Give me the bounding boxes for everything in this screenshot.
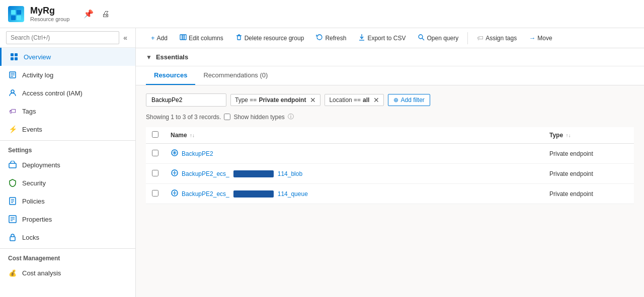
tab-recommendations[interactable]: Recommendations (0) — [195, 66, 276, 85]
sidebar-item-deployments[interactable]: Deployments — [0, 156, 135, 174]
delete-label: Delete resource group — [245, 35, 304, 42]
col-header-name[interactable]: Name ↑↓ — [165, 127, 543, 144]
svg-rect-0 — [11, 10, 16, 15]
resource-group-subtitle: Resource group — [30, 16, 69, 22]
sidebar-item-overview[interactable]: Overview — [0, 48, 135, 66]
sidebar-item-cost-analysis-label: Cost analysis — [22, 269, 61, 277]
row1-link[interactable]: BackupPE2 — [171, 149, 537, 158]
sidebar-item-access-control[interactable]: Access control (IAM) — [0, 84, 135, 102]
location-filter-label: Location == — [329, 96, 361, 104]
info-icon: ⓘ — [288, 113, 294, 121]
resource-table: Name ↑↓ Type ↑↓ — [146, 127, 634, 204]
sidebar-item-security[interactable]: Security — [0, 174, 135, 192]
select-all-checkbox[interactable] — [152, 131, 158, 138]
sidebar-item-deployments-label: Deployments — [22, 161, 60, 169]
assign-tags-icon: 🏷 — [477, 34, 484, 42]
add-filter-label: Add filter — [400, 96, 424, 104]
sidebar-item-properties[interactable]: Properties — [0, 210, 135, 228]
tab-resources[interactable]: Resources — [146, 66, 195, 85]
col-header-type[interactable]: Type ↑↓ — [543, 127, 634, 144]
show-hidden-label: Show hidden types — [233, 114, 284, 121]
sidebar-item-activity-log-label: Activity log — [22, 71, 53, 79]
type-sort-icon[interactable]: ↑↓ — [566, 133, 571, 138]
type-filter-remove[interactable]: ✕ — [310, 96, 316, 104]
sidebar-item-overview-label: Overview — [24, 53, 51, 61]
events-icon: ⚡ — [8, 125, 17, 134]
edit-columns-button[interactable]: Edit columns — [175, 31, 228, 45]
svg-rect-2 — [11, 16, 16, 20]
sidebar-item-policies[interactable]: Policies — [0, 192, 135, 210]
sidebar-search-row: « — [0, 28, 135, 48]
resource-group-icon — [8, 6, 24, 22]
table-row: BackupPE2 Private endpoint — [146, 144, 634, 164]
name-sort-icon[interactable]: ↑↓ — [190, 133, 195, 138]
row1-res-icon — [171, 149, 179, 158]
main-content: + Add Edit columns Delete resource group — [136, 28, 644, 297]
row2-name: BackupPE2_ecs_ 114_blob — [165, 164, 543, 184]
svg-rect-1 — [17, 10, 21, 15]
row2-name-suffix: 114_blob — [278, 170, 302, 177]
add-filter-button[interactable]: ⊕ Add filter — [388, 94, 430, 106]
overview-icon — [10, 52, 19, 61]
resources-area: Type == Private endpoint ✕ Location == a… — [136, 85, 644, 297]
svg-point-30 — [419, 35, 423, 39]
svg-rect-6 — [11, 57, 14, 60]
add-button[interactable]: + Add — [146, 32, 173, 44]
filter-input[interactable] — [146, 93, 226, 107]
svg-line-31 — [422, 38, 424, 40]
table-row: BackupPE2_ecs_ 114_blob Private endpoint — [146, 164, 634, 184]
resource-group-name: MyRg — [30, 6, 69, 16]
tabs-bar: Resources Recommendations (0) — [136, 66, 644, 85]
move-button[interactable]: → Move — [524, 32, 557, 44]
top-bar-actions: 📌 🖨 — [82, 7, 112, 21]
sidebar-item-tags[interactable]: 🏷 Tags — [0, 102, 135, 120]
row1-name-text: BackupPE2 — [182, 150, 213, 157]
print-button[interactable]: 🖨 — [100, 7, 112, 21]
edit-columns-label: Edit columns — [189, 35, 223, 42]
col-type-label: Type — [549, 132, 563, 139]
move-label: Move — [537, 35, 552, 42]
row2-type: Private endpoint — [543, 164, 634, 184]
export-button[interactable]: Export to CSV — [353, 31, 411, 45]
open-query-button[interactable]: Open query — [413, 31, 463, 45]
location-filter-tag: Location == all ✕ — [325, 94, 384, 106]
sidebar-item-activity-log[interactable]: Activity log — [0, 66, 135, 84]
sidebar-item-locks[interactable]: Locks — [0, 228, 135, 246]
table-row: BackupPE2_ecs_ 114_queue Private endpoin… — [146, 184, 634, 204]
row2-res-icon — [171, 169, 179, 178]
row3-checkbox[interactable] — [152, 190, 158, 196]
records-count: Showing 1 to 3 of 3 records. — [146, 114, 221, 121]
col-header-check — [146, 127, 165, 144]
main-layout: « Overview Activity log Access control (… — [0, 28, 644, 297]
row3-type: Private endpoint — [543, 184, 634, 204]
row2-checkbox[interactable] — [152, 170, 158, 176]
search-input[interactable] — [6, 31, 119, 44]
pin-button[interactable]: 📌 — [82, 7, 96, 21]
tab-recommendations-label: Recommendations (0) — [203, 71, 268, 79]
type-filter-value: Private endpoint — [259, 96, 306, 104]
svg-rect-23 — [180, 35, 182, 40]
sidebar-item-events[interactable]: ⚡ Events — [0, 120, 135, 138]
svg-rect-24 — [182, 35, 184, 40]
add-icon: + — [151, 34, 155, 42]
row1-name: BackupPE2 — [165, 144, 543, 164]
location-filter-remove[interactable]: ✕ — [373, 96, 379, 104]
toolbar: + Add Edit columns Delete resource group — [136, 28, 644, 48]
export-icon — [358, 34, 365, 42]
row3-link[interactable]: BackupPE2_ecs_ 114_queue — [171, 189, 537, 199]
assign-tags-button[interactable]: 🏷 Assign tags — [472, 32, 522, 44]
sidebar-item-cost-analysis[interactable]: 💰 Cost analysis — [0, 264, 135, 282]
row1-checkbox[interactable] — [152, 150, 158, 156]
policies-icon — [8, 196, 17, 206]
refresh-button[interactable]: Refresh — [311, 31, 351, 45]
essentials-header: ▼ Essentials — [136, 48, 644, 66]
collapse-button[interactable]: « — [121, 32, 129, 44]
row2-link[interactable]: BackupPE2_ecs_ 114_blob — [171, 169, 537, 178]
deployments-icon — [8, 160, 17, 169]
essentials-chevron[interactable]: ▼ — [146, 54, 152, 61]
tags-icon: 🏷 — [8, 107, 17, 116]
row2-redacted — [233, 170, 274, 177]
delete-button[interactable]: Delete resource group — [230, 31, 309, 45]
location-filter-value: all — [363, 96, 369, 104]
show-hidden-checkbox[interactable] — [224, 114, 230, 120]
